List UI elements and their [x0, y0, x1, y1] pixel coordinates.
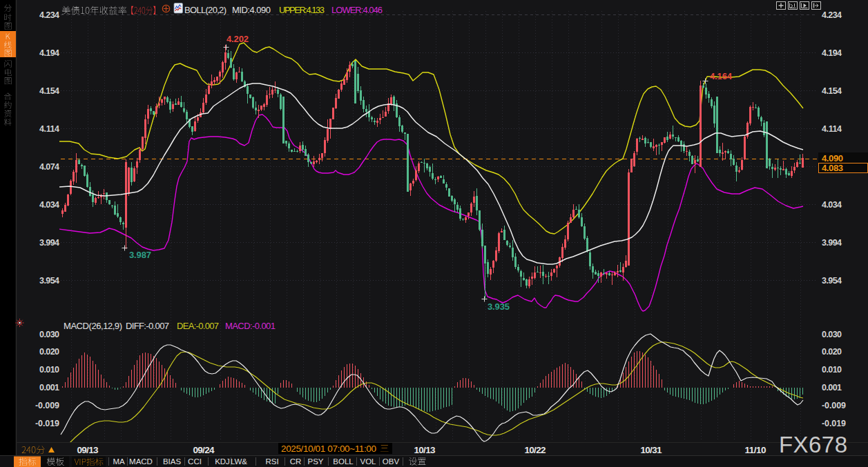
svg-text:BOLL(20,2): BOLL(20,2) — [184, 5, 226, 15]
svg-text:3.954: 3.954 — [39, 276, 59, 286]
svg-text:4.034: 4.034 — [39, 200, 59, 210]
svg-text:4.234: 4.234 — [822, 10, 842, 20]
svg-text:4.034: 4.034 — [822, 200, 842, 210]
svg-text:LW&: LW& — [231, 457, 247, 466]
svg-text:CCI: CCI — [188, 457, 202, 466]
svg-text:3.954: 3.954 — [822, 276, 842, 286]
svg-text:10/31: 10/31 — [641, 445, 662, 455]
svg-text:0.001: 0.001 — [822, 383, 842, 393]
svg-text:MA: MA — [113, 457, 125, 466]
svg-text:4.202: 4.202 — [226, 34, 249, 44]
svg-text:RSI: RSI — [265, 457, 278, 466]
svg-text:0.030: 0.030 — [39, 330, 59, 339]
svg-text:MACD: MACD — [129, 457, 153, 466]
svg-text:CR: CR — [290, 457, 302, 466]
svg-text:0.010: 0.010 — [39, 365, 59, 375]
svg-text:4.083: 4.083 — [822, 163, 843, 173]
svg-text:09/24: 09/24 — [193, 445, 215, 455]
svg-text:FX678: FX678 — [779, 432, 847, 457]
svg-text:3.987: 3.987 — [129, 250, 151, 260]
svg-text:3.994: 3.994 — [822, 238, 842, 248]
svg-text:3.935: 3.935 — [488, 301, 510, 312]
svg-text:0.001: 0.001 — [39, 383, 59, 393]
svg-text:4.164: 4.164 — [710, 71, 733, 81]
svg-text:OBV: OBV — [383, 457, 400, 466]
svg-text:-0.019: -0.019 — [822, 419, 846, 428]
svg-text:4.234: 4.234 — [39, 10, 59, 20]
svg-text:09/13: 09/13 — [77, 445, 99, 455]
svg-text:MID:4.090: MID:4.090 — [232, 5, 271, 15]
svg-text:-0.019: -0.019 — [35, 419, 59, 428]
svg-text:0.010: 0.010 — [822, 365, 842, 375]
svg-text:0.030: 0.030 — [822, 330, 842, 339]
svg-text:-0.009: -0.009 — [822, 401, 846, 410]
svg-text:3.994: 3.994 — [39, 238, 59, 248]
svg-text:4.154: 4.154 — [39, 86, 59, 96]
svg-text:0.020: 0.020 — [822, 347, 842, 357]
svg-text:4.194: 4.194 — [39, 48, 59, 58]
svg-text:-0.009: -0.009 — [35, 401, 59, 410]
svg-text:0.020: 0.020 — [39, 347, 59, 357]
svg-text:MACD:-0.001: MACD:-0.001 — [225, 321, 276, 331]
svg-text:4.074: 4.074 — [39, 162, 59, 172]
svg-text:4.090: 4.090 — [822, 153, 843, 163]
svg-text:2025/10/01 07:00~11:00: 2025/10/01 07:00~11:00 — [281, 444, 376, 454]
svg-text:DEA:-0.007: DEA:-0.007 — [177, 321, 219, 331]
svg-text:MACD(26,12,9): MACD(26,12,9) — [64, 321, 122, 331]
svg-text:11/10: 11/10 — [745, 445, 766, 455]
svg-text:4.114: 4.114 — [822, 124, 842, 134]
svg-text:BIAS: BIAS — [163, 457, 182, 466]
svg-text:10/13: 10/13 — [414, 445, 436, 455]
svg-text:4.154: 4.154 — [822, 86, 842, 96]
svg-text:DIFF:-0.007: DIFF:-0.007 — [126, 321, 169, 331]
svg-text:VOL: VOL — [360, 457, 376, 466]
svg-text:4.194: 4.194 — [822, 48, 842, 58]
svg-text:LOWER:4.046: LOWER:4.046 — [331, 5, 383, 15]
svg-text:4.114: 4.114 — [39, 124, 59, 134]
svg-text:BOLL: BOLL — [333, 457, 354, 466]
svg-text:PSY: PSY — [307, 457, 323, 466]
svg-text:KDJ: KDJ — [215, 457, 230, 466]
svg-text:UPPER:4.133: UPPER:4.133 — [279, 5, 325, 15]
svg-text:10/22: 10/22 — [525, 445, 546, 455]
